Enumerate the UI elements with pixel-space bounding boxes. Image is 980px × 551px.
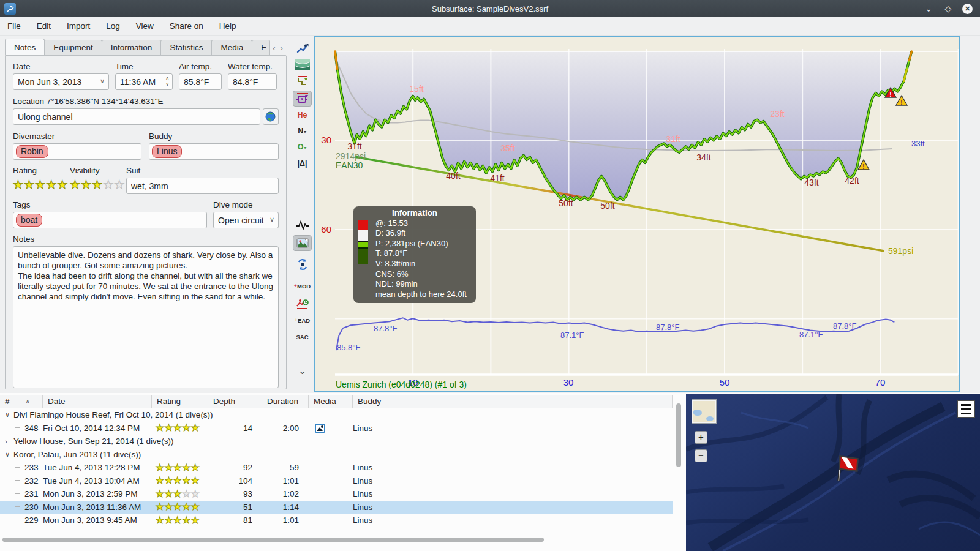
time-input[interactable] [115,73,173,90]
waves-icon[interactable] [293,57,312,73]
column-header-buddy[interactable]: Buddy [353,395,673,408]
star-filled-icon[interactable]: ★ [35,178,46,191]
column-header-media[interactable]: Media [309,395,353,408]
notes-textarea[interactable]: Unbelievable dive. Dozens and dozens of … [13,246,279,388]
column-header-num[interactable]: #∧ [0,395,43,408]
diver-speed-icon[interactable] [293,41,312,57]
tags-input[interactable]: boat [13,212,207,228]
dive-row[interactable]: 233Tue Jun 4, 2013 12:28 PM★★★★★9259Linu… [0,461,673,474]
menu-file[interactable]: File [7,21,21,31]
oxygen-graph-button[interactable]: O₂ [293,139,312,155]
collapse-icon[interactable]: ∨ [5,411,13,419]
heart-rate-icon[interactable] [293,217,312,233]
dive-site-flag-marker[interactable] [829,451,864,482]
menu-edit[interactable]: Edit [37,21,51,31]
dive-duration: 1:01 [262,515,309,525]
ead-button[interactable]: +EAD [293,312,312,328]
dive-depth: 14 [208,424,262,433]
collapse-icon[interactable]: ∨ [5,451,13,459]
map-canvas[interactable]: + − [686,394,980,551]
tab-statistics[interactable]: Statistics [160,40,212,55]
tab-scroll-left-icon[interactable]: ‹ [271,41,277,55]
column-header-rating[interactable]: Rating [152,395,208,408]
spinner-arrows-icon[interactable]: ∧∨ [165,75,169,88]
star-filled-icon[interactable]: ★ [70,178,81,191]
tab-information[interactable]: Information [102,40,162,55]
mod-button[interactable]: +MOD [293,278,312,294]
tab-extra-info[interactable]: E [252,40,270,55]
expand-icon[interactable]: › [5,438,13,445]
helium-graph-button[interactable]: He [293,107,312,123]
date-input[interactable] [13,73,109,90]
dive-date: Mon Jun 3, 2013 9:45 AM [43,515,152,525]
dive-mode-select[interactable] [213,212,279,228]
map-zoom-in-button[interactable]: + [695,431,707,444]
sac-button[interactable]: SAC [293,329,312,345]
trip-row[interactable]: ∨Divi Flamingo House Reef, Fri Oct 10, 2… [0,408,673,422]
menu-help[interactable]: Help [219,21,236,31]
dive-depth: 93 [208,489,262,498]
trip-row[interactable]: ∨Koror, Palau, Jun 2013 (11 dive(s)) [0,448,673,462]
buddy-input[interactable]: Linus [149,143,279,160]
menu-view[interactable]: View [136,21,154,31]
suit-input[interactable] [126,178,279,194]
gas-switch-icon[interactable] [293,257,312,272]
svg-text:EAN30: EAN30 [336,160,363,170]
column-header-date[interactable]: Date [43,395,152,408]
vertical-scrollbar[interactable] [676,401,682,530]
calculated-ceiling-icon[interactable] [293,73,312,89]
tab-scroll-right-icon[interactable]: › [279,41,285,55]
tab-notes[interactable]: Notes [5,39,45,55]
buddy-chip[interactable]: Linus [152,145,182,158]
star-filled-icon[interactable]: ★ [46,178,57,191]
scrollbar-handle[interactable] [676,403,681,467]
star-empty-icon[interactable]: ★ [114,178,125,191]
minimize-icon[interactable]: ⌄ [923,3,934,14]
dive-row-selected[interactable]: 230Mon Jun 3, 2013 11:36 AM★★★★★511:14Li… [0,501,673,514]
dive-computer-ceiling-icon[interactable] [293,91,312,107]
dive-depth: 104 [208,476,262,485]
bottom-area: #∧DateRatingDepthDurationMediaBuddy ∨Div… [0,393,980,551]
rating-stars[interactable]: ★★★★★ [13,178,70,192]
maximize-icon[interactable]: ◇ [943,3,954,14]
star-filled-icon[interactable]: ★ [57,178,68,191]
star-empty-icon[interactable]: ★ [103,178,114,191]
divemaster-input[interactable]: Robin [13,143,141,160]
photos-icon[interactable] [293,235,312,251]
map-overview-thumbnail[interactable] [692,399,717,424]
star-filled-icon[interactable]: ★ [92,178,103,191]
column-header-duration[interactable]: Duration [262,395,309,408]
menu-log[interactable]: Log [106,21,120,31]
tag-chip[interactable]: boat [16,214,42,227]
air-temp-input[interactable] [179,73,222,90]
scroll-down-icon[interactable]: ⌄ [293,362,312,378]
menu-share-on[interactable]: Share on [170,21,203,31]
scrollbar-handle[interactable] [2,538,544,542]
tissue-graph-icon[interactable]: |Δ| [293,156,312,171]
map-zoom-out-button[interactable]: − [695,449,707,462]
location-input[interactable] [13,108,260,125]
horizontal-scrollbar[interactable] [0,537,673,542]
dive-row[interactable]: 348Fri Oct 10, 2014 12:34 PM★★★★★142:00L… [0,422,673,435]
dive-row[interactable]: 229Mon Jun 3, 2013 9:45 AM★★★★★811:01Lin… [0,514,673,527]
tab-equipment[interactable]: Equipment [44,40,102,55]
close-icon[interactable]: ✕ [962,4,973,14]
map-menu-button[interactable] [957,400,975,418]
star-filled-icon[interactable]: ★ [81,178,92,191]
globe-button[interactable] [263,108,279,125]
nitrogen-graph-button[interactable]: N₂ [293,123,312,139]
column-header-depth[interactable]: Depth [208,395,262,408]
deco-time-icon[interactable] [293,296,312,312]
visibility-stars[interactable]: ★★★★★ [70,178,126,192]
divemaster-chip[interactable]: Robin [16,145,48,158]
star-filled-icon[interactable]: ★ [13,178,24,191]
dive-row[interactable]: 231Mon Jun 3, 2013 2:59 PM★★★★★931:02Lin… [0,487,673,501]
tank-bar-icon [358,220,368,264]
trip-row[interactable]: ›Yellow House, Sun Sep 21, 2014 (1 dive(… [0,435,673,448]
star-filled-icon[interactable]: ★ [24,178,35,191]
water-temp-input[interactable] [228,73,277,90]
menu-import[interactable]: Import [67,21,90,31]
media-thumbnail-icon[interactable] [315,424,325,433]
dive-row[interactable]: 232Tue Jun 4, 2013 10:04 AM★★★★★1041:01L… [0,474,673,488]
tab-media[interactable]: Media [211,40,252,55]
